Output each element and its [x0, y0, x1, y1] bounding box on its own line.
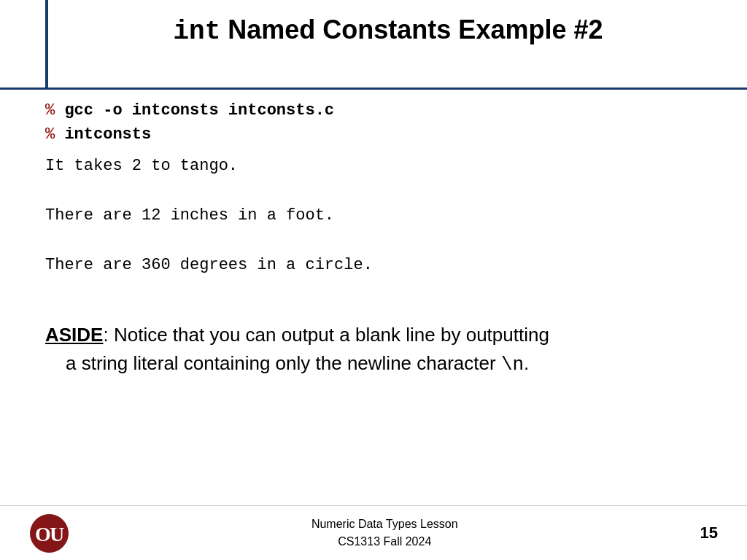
- title-text-part: Named Constants Example #2: [220, 15, 603, 44]
- program-output: It takes 2 to tango. There are 12 inches…: [45, 152, 718, 279]
- aside-label: ASIDE: [45, 324, 103, 346]
- footer: O U Numeric Data Types Lesson CS1313 Fal…: [0, 505, 747, 560]
- footer-lesson: Numeric Data Types Lesson: [311, 516, 458, 533]
- footer-page-number: 15: [700, 524, 718, 542]
- content-area: % gcc -o intconsts intconsts.c % intcons…: [45, 98, 718, 279]
- code-block: % gcc -o intconsts intconsts.c % intcons…: [45, 98, 718, 147]
- footer-center: Numeric Data Types Lesson CS1313 Fall 20…: [311, 516, 458, 551]
- blank-line-2: [45, 230, 718, 252]
- aside-colon: :: [103, 324, 108, 346]
- aside-line-2: a string literal containing only the new…: [45, 349, 718, 379]
- aside-section: ASIDE: Notice that you can output a blan…: [45, 321, 718, 379]
- svg-text:O: O: [35, 523, 51, 545]
- slide-title: int Named Constants Example #2: [58, 15, 718, 47]
- title-code-part: int: [174, 17, 221, 47]
- footer-course: CS1313 Fall 2024: [311, 533, 458, 551]
- aside-period: .: [524, 352, 529, 374]
- left-accent-bar: [45, 0, 48, 88]
- slide: int Named Constants Example #2 % gcc -o …: [0, 0, 747, 560]
- output-line-2: There are 12 inches in a foot.: [45, 202, 718, 229]
- output-line-1: It takes 2 to tango.: [45, 152, 718, 179]
- command-1: gcc -o intconsts intconsts.c: [64, 101, 334, 120]
- title-area: int Named Constants Example #2: [58, 15, 718, 47]
- aside-text-2: a string literal containing only the new…: [66, 352, 501, 374]
- ou-logo: O U: [29, 513, 69, 553]
- top-accent-bar: [0, 88, 747, 90]
- ou-logo-svg: O U: [29, 513, 69, 553]
- aside-text-1: Notice that you can output a blank line …: [109, 324, 549, 346]
- blank-line-1: [45, 179, 718, 202]
- svg-text:U: U: [50, 523, 64, 545]
- prompt-2: %: [45, 125, 55, 144]
- prompt-1: %: [45, 101, 55, 120]
- command-2: intconsts: [64, 125, 151, 144]
- aside-code: \n: [501, 354, 524, 376]
- output-line-3: There are 360 degrees in a circle.: [45, 252, 718, 279]
- aside-paragraph: ASIDE: Notice that you can output a blan…: [45, 321, 718, 379]
